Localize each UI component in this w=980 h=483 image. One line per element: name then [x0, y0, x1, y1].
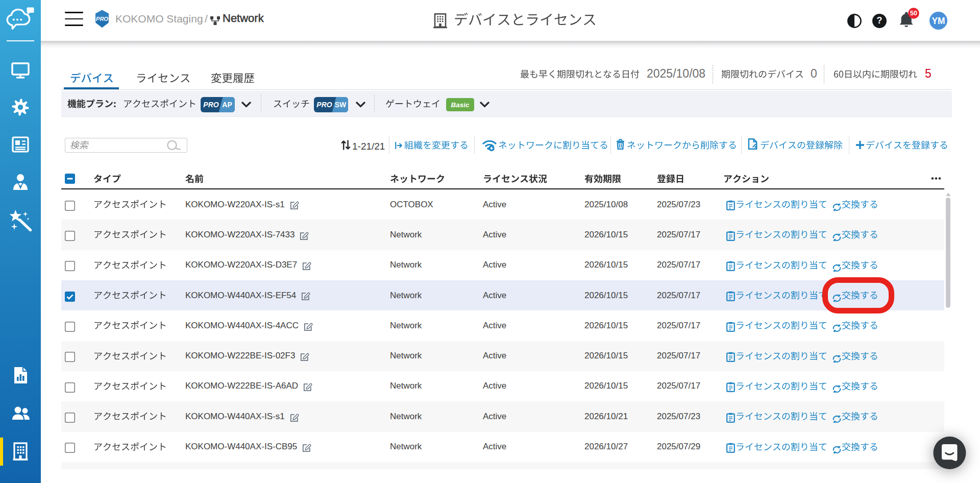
svg-text:PRO: PRO [316, 101, 332, 109]
svg-text:AP: AP [222, 101, 232, 109]
svg-text:PRO: PRO [203, 101, 218, 109]
svg-text:Basic: Basic [451, 101, 470, 109]
svg-text:50: 50 [910, 10, 917, 17]
svg-text:SW: SW [335, 101, 347, 109]
svg-text:YM: YM [932, 16, 945, 26]
svg-text:PRO: PRO [96, 16, 108, 22]
